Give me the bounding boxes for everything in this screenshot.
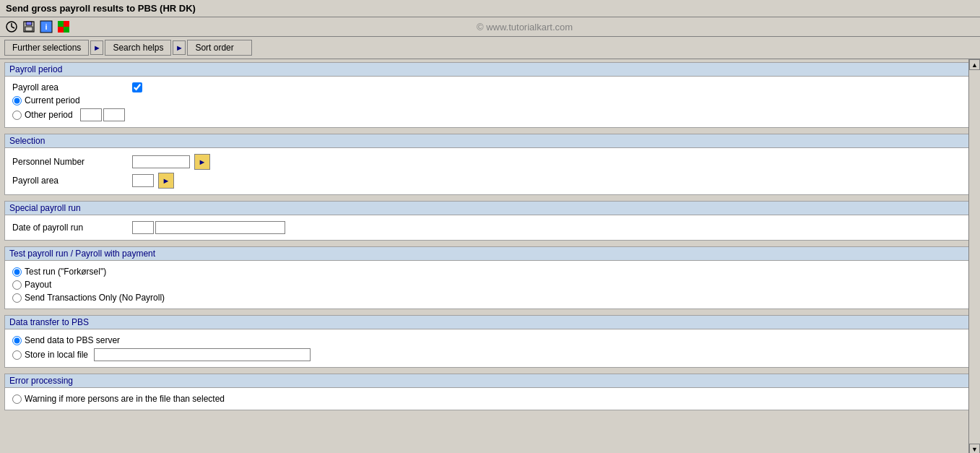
arrow-btn-2[interactable]: ►: [173, 40, 186, 55]
svg-rect-5: [25, 27, 32, 31]
svg-rect-4: [26, 22, 32, 25]
payout-radio[interactable]: [12, 280, 22, 290]
date-payroll-run-label: Date of payroll run: [12, 223, 128, 233]
other-period-radio[interactable]: [12, 111, 22, 120]
svg-rect-8: [58, 21, 64, 27]
send-data-label: Send data to PBS server: [25, 335, 120, 345]
payroll-area-row: Payroll area: [12, 81, 968, 94]
title-bar: Send gross payroll results to PBS (HR DK…: [0, 0, 980, 17]
svg-rect-10: [58, 27, 64, 33]
data-transfer-body: Send data to PBS server Store in local f…: [5, 329, 975, 367]
test-payroll-run-section: Test payroll run / Payroll with payment …: [4, 246, 976, 309]
store-local-row: Store in local file: [12, 347, 968, 363]
search-helps-label: Search helps: [113, 43, 163, 53]
warning-persons-radio[interactable]: [12, 394, 22, 404]
special-payroll-run-header: Special payroll run: [5, 202, 975, 215]
send-data-radio[interactable]: [12, 336, 22, 345]
selection-payroll-area-row: Payroll area ►: [12, 171, 968, 190]
selection-section: Selection Personnel Number ► Payroll are…: [4, 134, 976, 195]
personnel-number-row: Personnel Number ►: [12, 152, 968, 171]
test-run-row: Test run ("Forkørsel"): [12, 265, 968, 278]
save-icon[interactable]: [22, 20, 36, 34]
current-period-radio[interactable]: [12, 96, 22, 105]
window-title: Send gross payroll results to PBS (HR DK…: [6, 3, 196, 14]
data-transfer-section: Data transfer to PBS Send data to PBS se…: [4, 315, 976, 368]
date-payroll-run-row: Date of payroll run: [12, 220, 968, 236]
send-data-row: Send data to PBS server: [12, 334, 968, 347]
svg-rect-11: [64, 27, 69, 33]
arrow-btn-1[interactable]: ►: [90, 40, 103, 55]
store-local-input[interactable]: [94, 348, 311, 361]
test-payroll-run-header: Test payroll run / Payroll with payment: [5, 247, 975, 261]
other-period-input1[interactable]: [80, 108, 102, 121]
other-period-label: Other period: [25, 110, 73, 120]
other-period-row: Other period: [12, 107, 968, 123]
payroll-area-checkbox[interactable]: [132, 82, 142, 92]
svg-line-2: [12, 27, 14, 28]
main-content: Payroll period Payroll area Current peri…: [0, 59, 980, 453]
payout-row: Payout: [12, 278, 968, 291]
sort-order-label: Sort order: [195, 43, 233, 53]
tab-sort-order[interactable]: Sort order: [187, 40, 252, 56]
selection-body: Personnel Number ► Payroll area ►: [5, 148, 975, 194]
selection-payroll-area-label: Payroll area: [12, 176, 128, 186]
current-period-row: Current period: [12, 94, 968, 107]
further-selections-label: Further selections: [12, 43, 81, 53]
flag-icon[interactable]: [56, 20, 71, 34]
svg-text:i: i: [45, 22, 47, 31]
personnel-number-nav-btn[interactable]: ►: [194, 154, 210, 170]
tabs-row: Further selections ► Search helps ► Sort…: [0, 37, 980, 59]
selection-header: Selection: [5, 134, 975, 148]
toolbar: i © www.tutorialkart.com: [0, 17, 980, 37]
send-transactions-label: Send Transactions Only (No Payroll): [25, 293, 165, 303]
current-period-label: Current period: [25, 95, 80, 105]
watermark: © www.tutorialkart.com: [74, 22, 976, 33]
payroll-period-section: Payroll period Payroll area Current peri…: [4, 62, 976, 128]
tab-further-selections[interactable]: Further selections: [4, 40, 89, 56]
scroll-up-btn[interactable]: ▲: [969, 59, 980, 70]
warning-persons-row: Warning if more persons are in the file …: [12, 392, 968, 405]
personnel-number-input[interactable]: [132, 155, 190, 168]
info-icon[interactable]: i: [39, 20, 53, 34]
warning-persons-label: Warning if more persons are in the file …: [25, 394, 225, 404]
payout-label: Payout: [25, 280, 51, 290]
special-payroll-run-body: Date of payroll run: [5, 215, 975, 240]
selection-payroll-area-nav-btn[interactable]: ►: [158, 173, 174, 189]
send-transactions-radio[interactable]: [12, 293, 22, 303]
error-processing-section: Error processing Warning if more persons…: [4, 374, 976, 410]
scroll-down-btn[interactable]: ▼: [969, 444, 980, 453]
tab-search-helps[interactable]: Search helps: [105, 40, 171, 56]
selection-payroll-area-input[interactable]: [132, 174, 154, 187]
date-payroll-run-input2[interactable]: [155, 221, 285, 234]
test-run-label: Test run ("Forkørsel"): [25, 267, 106, 277]
test-payroll-run-body: Test run ("Forkørsel") Payout Send Trans…: [5, 261, 975, 309]
payroll-period-header: Payroll period: [5, 63, 975, 77]
error-processing-body: Warning if more persons are in the file …: [5, 388, 975, 410]
personnel-number-label: Personnel Number: [12, 157, 128, 167]
special-payroll-run-section: Special payroll run Date of payroll run: [4, 201, 976, 241]
svg-rect-9: [64, 21, 69, 27]
other-period-input2[interactable]: [103, 108, 125, 121]
error-processing-header: Error processing: [5, 374, 975, 388]
date-payroll-run-input1[interactable]: [132, 221, 154, 234]
store-local-label: Store in local file: [25, 350, 88, 360]
scrollbar[interactable]: ▲ ▼: [968, 59, 980, 453]
send-transactions-row: Send Transactions Only (No Payroll): [12, 291, 968, 304]
store-local-radio[interactable]: [12, 350, 22, 360]
clock-icon[interactable]: [4, 20, 19, 34]
payroll-area-label: Payroll area: [12, 82, 128, 92]
payroll-period-body: Payroll area Current period Other period: [5, 77, 975, 127]
test-run-radio[interactable]: [12, 267, 22, 277]
data-transfer-header: Data transfer to PBS: [5, 316, 975, 329]
